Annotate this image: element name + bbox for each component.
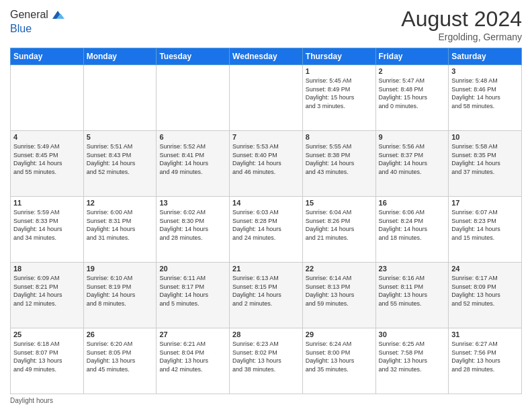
logo-icon [50,7,66,23]
calendar-header-row: Sunday Monday Tuesday Wednesday Thursday… [11,48,522,65]
day-info: Sunrise: 6:13 AM Sunset: 8:15 PM Dayligh… [232,274,300,308]
day-info: Sunrise: 6:02 AM Sunset: 8:30 PM Dayligh… [159,208,226,242]
table-row [157,65,230,131]
day-number: 19 [87,265,154,273]
table-row: 7Sunrise: 5:53 AM Sunset: 8:40 PM Daylig… [230,131,303,197]
calendar-week-4: 18Sunrise: 6:09 AM Sunset: 8:21 PM Dayli… [11,263,522,328]
table-row: 17Sunrise: 6:07 AM Sunset: 8:23 PM Dayli… [449,197,522,263]
col-monday: Monday [83,48,157,65]
table-row: 15Sunrise: 6:04 AM Sunset: 8:26 PM Dayli… [302,197,375,263]
day-number: 12 [87,199,154,207]
table-row: 23Sunrise: 6:16 AM Sunset: 8:11 PM Dayli… [375,263,449,328]
day-info: Sunrise: 6:17 AM Sunset: 8:09 PM Dayligh… [451,274,519,308]
day-number: 10 [451,133,519,141]
day-number: 9 [379,133,446,141]
day-number: 1 [306,67,373,75]
day-info: Sunrise: 6:25 AM Sunset: 7:58 PM Dayligh… [379,340,446,373]
calendar-week-5: 25Sunrise: 6:18 AM Sunset: 8:07 PM Dayli… [11,328,522,394]
day-number: 14 [232,199,300,207]
day-number: 16 [379,199,446,207]
table-row: 4Sunrise: 5:49 AM Sunset: 8:45 PM Daylig… [11,131,84,197]
day-info: Sunrise: 6:20 AM Sunset: 8:05 PM Dayligh… [87,340,154,373]
table-row: 11Sunrise: 5:59 AM Sunset: 8:33 PM Dayli… [11,197,84,263]
page: General Blue August 2024 Ergolding, Germ… [0,0,532,411]
table-row: 3Sunrise: 5:48 AM Sunset: 8:46 PM Daylig… [449,65,522,131]
logo: General Blue [10,7,66,35]
col-wednesday: Wednesday [230,48,303,65]
day-number: 17 [451,199,519,207]
day-info: Sunrise: 6:21 AM Sunset: 8:04 PM Dayligh… [159,340,226,373]
table-row: 28Sunrise: 6:23 AM Sunset: 8:02 PM Dayli… [230,328,303,394]
table-row: 13Sunrise: 6:02 AM Sunset: 8:30 PM Dayli… [157,197,230,263]
day-number: 22 [306,265,373,273]
col-tuesday: Tuesday [157,48,230,65]
day-number: 20 [159,265,226,273]
table-row: 8Sunrise: 5:55 AM Sunset: 8:38 PM Daylig… [302,131,375,197]
day-info: Sunrise: 6:10 AM Sunset: 8:19 PM Dayligh… [87,274,154,308]
day-number: 24 [451,265,519,273]
day-info: Sunrise: 5:53 AM Sunset: 8:40 PM Dayligh… [232,142,300,176]
day-info: Sunrise: 5:45 AM Sunset: 8:49 PM Dayligh… [306,77,373,110]
day-number: 5 [87,133,154,141]
day-info: Sunrise: 6:07 AM Sunset: 8:23 PM Dayligh… [451,208,519,242]
day-info: Sunrise: 5:58 AM Sunset: 8:35 PM Dayligh… [451,142,519,176]
day-number: 18 [13,265,81,273]
day-number: 11 [13,199,81,207]
table-row: 18Sunrise: 6:09 AM Sunset: 8:21 PM Dayli… [11,263,84,328]
day-number: 2 [379,67,446,75]
day-number: 28 [232,330,300,338]
day-number: 31 [451,330,519,338]
day-number: 6 [159,133,226,141]
table-row [230,65,303,131]
day-info: Sunrise: 5:56 AM Sunset: 8:37 PM Dayligh… [379,142,446,176]
day-number: 8 [306,133,373,141]
calendar-table: Sunday Monday Tuesday Wednesday Thursday… [10,48,522,394]
table-row: 19Sunrise: 6:10 AM Sunset: 8:19 PM Dayli… [83,263,157,328]
day-number: 27 [159,330,226,338]
col-thursday: Thursday [302,48,375,65]
table-row: 2Sunrise: 5:47 AM Sunset: 8:48 PM Daylig… [375,65,449,131]
day-number: 29 [306,330,373,338]
table-row [11,65,84,131]
day-number: 26 [87,330,154,338]
day-info: Sunrise: 6:16 AM Sunset: 8:11 PM Dayligh… [379,274,446,308]
footer: Daylight hours [10,397,522,404]
day-number: 30 [379,330,446,338]
day-info: Sunrise: 6:06 AM Sunset: 8:24 PM Dayligh… [379,208,446,242]
day-info: Sunrise: 6:18 AM Sunset: 8:07 PM Dayligh… [13,340,81,373]
table-row: 31Sunrise: 6:27 AM Sunset: 7:56 PM Dayli… [449,328,522,394]
day-info: Sunrise: 5:47 AM Sunset: 8:48 PM Dayligh… [379,77,446,110]
day-number: 15 [306,199,373,207]
table-row: 21Sunrise: 6:13 AM Sunset: 8:15 PM Dayli… [230,263,303,328]
day-info: Sunrise: 6:11 AM Sunset: 8:17 PM Dayligh… [159,274,226,308]
day-info: Sunrise: 6:04 AM Sunset: 8:26 PM Dayligh… [306,208,373,242]
day-info: Sunrise: 6:14 AM Sunset: 8:13 PM Dayligh… [306,274,373,308]
day-number: 4 [13,133,81,141]
header: General Blue August 2024 Ergolding, Germ… [10,7,522,42]
table-row: 5Sunrise: 5:51 AM Sunset: 8:43 PM Daylig… [83,131,157,197]
calendar-week-1: 1Sunrise: 5:45 AM Sunset: 8:49 PM Daylig… [11,65,522,131]
table-row: 27Sunrise: 6:21 AM Sunset: 8:04 PM Dayli… [157,328,230,394]
day-info: Sunrise: 6:03 AM Sunset: 8:28 PM Dayligh… [232,208,300,242]
table-row: 20Sunrise: 6:11 AM Sunset: 8:17 PM Dayli… [157,263,230,328]
day-info: Sunrise: 5:52 AM Sunset: 8:41 PM Dayligh… [159,142,226,176]
table-row: 22Sunrise: 6:14 AM Sunset: 8:13 PM Dayli… [302,263,375,328]
day-info: Sunrise: 6:00 AM Sunset: 8:31 PM Dayligh… [87,208,154,242]
day-info: Sunrise: 5:55 AM Sunset: 8:38 PM Dayligh… [306,142,373,176]
table-row: 9Sunrise: 5:56 AM Sunset: 8:37 PM Daylig… [375,131,449,197]
day-number: 23 [379,265,446,273]
table-row: 6Sunrise: 5:52 AM Sunset: 8:41 PM Daylig… [157,131,230,197]
table-row: 26Sunrise: 6:20 AM Sunset: 8:05 PM Dayli… [83,328,157,394]
day-info: Sunrise: 6:09 AM Sunset: 8:21 PM Dayligh… [13,274,81,308]
day-info: Sunrise: 5:48 AM Sunset: 8:46 PM Dayligh… [451,77,519,110]
table-row [83,65,157,131]
table-row: 24Sunrise: 6:17 AM Sunset: 8:09 PM Dayli… [449,263,522,328]
day-number: 21 [232,265,300,273]
col-friday: Friday [375,48,449,65]
col-saturday: Saturday [449,48,522,65]
day-info: Sunrise: 5:51 AM Sunset: 8:43 PM Dayligh… [87,142,154,176]
table-row: 1Sunrise: 5:45 AM Sunset: 8:49 PM Daylig… [302,65,375,131]
table-row: 25Sunrise: 6:18 AM Sunset: 8:07 PM Dayli… [11,328,84,394]
day-info: Sunrise: 6:23 AM Sunset: 8:02 PM Dayligh… [232,340,300,373]
title-block: August 2024 Ergolding, Germany [401,7,522,42]
